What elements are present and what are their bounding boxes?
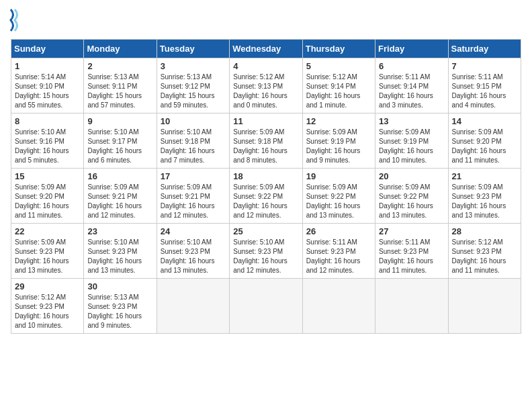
day-number: 20 xyxy=(379,171,444,181)
day-info: Sunrise: 5:09 AMSunset: 9:22 PMDaylight:… xyxy=(233,183,298,220)
calendar-cell: 24Sunrise: 5:10 AMSunset: 9:23 PMDayligh… xyxy=(157,224,229,279)
day-info: Sunrise: 5:09 AMSunset: 9:18 PMDaylight:… xyxy=(233,128,298,165)
day-number: 7 xyxy=(452,61,517,71)
calendar-cell: 26Sunrise: 5:11 AMSunset: 9:23 PMDayligh… xyxy=(302,224,375,279)
day-info: Sunrise: 5:11 AMSunset: 9:23 PMDaylight:… xyxy=(306,238,371,275)
calendar-cell xyxy=(375,279,448,334)
calendar-cell: 29Sunrise: 5:12 AMSunset: 9:23 PMDayligh… xyxy=(11,279,84,334)
day-info: Sunrise: 5:13 AMSunset: 9:11 PMDaylight:… xyxy=(87,73,152,110)
calendar-cell xyxy=(157,279,229,334)
day-number: 22 xyxy=(15,226,80,236)
day-number: 6 xyxy=(379,61,444,71)
day-info: Sunrise: 5:09 AMSunset: 9:21 PMDaylight:… xyxy=(87,183,152,220)
calendar-cell: 4Sunrise: 5:12 AMSunset: 9:13 PMDaylight… xyxy=(230,58,302,113)
day-number: 4 xyxy=(233,61,298,71)
week-row-5: 29Sunrise: 5:12 AMSunset: 9:23 PMDayligh… xyxy=(11,279,521,334)
calendar-cell xyxy=(230,279,302,334)
header: General Blue xyxy=(11,11,521,32)
weekday-header-monday: Monday xyxy=(84,40,157,58)
calendar-cell: 15Sunrise: 5:09 AMSunset: 9:20 PMDayligh… xyxy=(11,169,84,224)
day-info: Sunrise: 5:12 AMSunset: 9:23 PMDaylight:… xyxy=(15,293,80,330)
day-number: 15 xyxy=(15,171,80,181)
calendar-cell: 9Sunrise: 5:10 AMSunset: 9:17 PMDaylight… xyxy=(84,113,157,169)
weekday-header-row: SundayMondayTuesdayWednesdayThursdayFrid… xyxy=(11,40,521,58)
calendar-cell: 13Sunrise: 5:09 AMSunset: 9:19 PMDayligh… xyxy=(375,113,448,169)
day-info: Sunrise: 5:09 AMSunset: 9:22 PMDaylight:… xyxy=(379,183,444,220)
calendar-cell: 5Sunrise: 5:12 AMSunset: 9:14 PMDaylight… xyxy=(302,58,375,113)
day-number: 5 xyxy=(306,61,371,71)
day-info: Sunrise: 5:09 AMSunset: 9:19 PMDaylight:… xyxy=(306,128,371,165)
logo: General Blue xyxy=(11,11,23,32)
week-row-1: 1Sunrise: 5:14 AMSunset: 9:10 PMDaylight… xyxy=(11,58,521,113)
calendar-table: SundayMondayTuesdayWednesdayThursdayFrid… xyxy=(11,39,521,334)
day-number: 16 xyxy=(87,171,152,181)
day-number: 1 xyxy=(15,61,80,71)
calendar-cell: 22Sunrise: 5:09 AMSunset: 9:23 PMDayligh… xyxy=(11,224,84,279)
week-row-4: 22Sunrise: 5:09 AMSunset: 9:23 PMDayligh… xyxy=(11,224,521,279)
day-info: Sunrise: 5:10 AMSunset: 9:18 PMDaylight:… xyxy=(161,128,226,165)
day-info: Sunrise: 5:09 AMSunset: 9:19 PMDaylight:… xyxy=(379,128,444,165)
week-row-2: 8Sunrise: 5:10 AMSunset: 9:16 PMDaylight… xyxy=(11,113,521,169)
day-number: 14 xyxy=(452,116,517,126)
day-info: Sunrise: 5:12 AMSunset: 9:23 PMDaylight:… xyxy=(452,238,517,275)
day-number: 23 xyxy=(87,226,152,236)
day-number: 13 xyxy=(379,116,444,126)
day-info: Sunrise: 5:13 AMSunset: 9:23 PMDaylight:… xyxy=(87,293,152,330)
day-number: 3 xyxy=(161,61,226,71)
calendar-cell xyxy=(302,279,375,334)
day-number: 27 xyxy=(379,226,444,236)
day-info: Sunrise: 5:11 AMSunset: 9:15 PMDaylight:… xyxy=(452,73,517,110)
calendar-cell: 7Sunrise: 5:11 AMSunset: 9:15 PMDaylight… xyxy=(448,58,521,113)
day-info: Sunrise: 5:10 AMSunset: 9:16 PMDaylight:… xyxy=(15,128,80,165)
day-number: 26 xyxy=(306,226,371,236)
day-info: Sunrise: 5:14 AMSunset: 9:10 PMDaylight:… xyxy=(15,73,80,110)
calendar-cell: 2Sunrise: 5:13 AMSunset: 9:11 PMDaylight… xyxy=(84,58,157,113)
weekday-header-wednesday: Wednesday xyxy=(230,40,302,58)
day-info: Sunrise: 5:10 AMSunset: 9:17 PMDaylight:… xyxy=(87,128,152,165)
day-number: 30 xyxy=(87,281,152,291)
calendar-cell: 1Sunrise: 5:14 AMSunset: 9:10 PMDaylight… xyxy=(11,58,84,113)
day-info: Sunrise: 5:09 AMSunset: 9:20 PMDaylight:… xyxy=(15,183,80,220)
weekday-header-sunday: Sunday xyxy=(11,40,84,58)
day-info: Sunrise: 5:11 AMSunset: 9:14 PMDaylight:… xyxy=(379,73,444,110)
calendar-cell: 19Sunrise: 5:09 AMSunset: 9:22 PMDayligh… xyxy=(302,169,375,224)
week-row-3: 15Sunrise: 5:09 AMSunset: 9:20 PMDayligh… xyxy=(11,169,521,224)
calendar-cell: 16Sunrise: 5:09 AMSunset: 9:21 PMDayligh… xyxy=(84,169,157,224)
day-info: Sunrise: 5:12 AMSunset: 9:14 PMDaylight:… xyxy=(306,73,371,110)
day-number: 17 xyxy=(161,171,226,181)
calendar-cell: 23Sunrise: 5:10 AMSunset: 9:23 PMDayligh… xyxy=(84,224,157,279)
day-number: 12 xyxy=(306,116,371,126)
day-number: 8 xyxy=(15,116,80,126)
day-info: Sunrise: 5:09 AMSunset: 9:20 PMDaylight:… xyxy=(452,128,517,165)
day-number: 28 xyxy=(452,226,517,236)
day-number: 25 xyxy=(233,226,298,236)
day-info: Sunrise: 5:09 AMSunset: 9:23 PMDaylight:… xyxy=(452,183,517,220)
weekday-header-tuesday: Tuesday xyxy=(157,40,229,58)
day-number: 29 xyxy=(15,281,80,291)
calendar-cell: 3Sunrise: 5:13 AMSunset: 9:12 PMDaylight… xyxy=(157,58,229,113)
day-info: Sunrise: 5:13 AMSunset: 9:12 PMDaylight:… xyxy=(161,73,226,110)
calendar-cell: 11Sunrise: 5:09 AMSunset: 9:18 PMDayligh… xyxy=(230,113,302,169)
calendar-cell: 20Sunrise: 5:09 AMSunset: 9:22 PMDayligh… xyxy=(375,169,448,224)
day-number: 10 xyxy=(161,116,226,126)
day-number: 19 xyxy=(306,171,371,181)
calendar-cell: 28Sunrise: 5:12 AMSunset: 9:23 PMDayligh… xyxy=(448,224,521,279)
calendar-cell: 10Sunrise: 5:10 AMSunset: 9:18 PMDayligh… xyxy=(157,113,229,169)
day-info: Sunrise: 5:09 AMSunset: 9:23 PMDaylight:… xyxy=(15,238,80,275)
calendar-cell: 21Sunrise: 5:09 AMSunset: 9:23 PMDayligh… xyxy=(448,169,521,224)
day-number: 2 xyxy=(87,61,152,71)
weekday-header-saturday: Saturday xyxy=(448,40,521,58)
day-info: Sunrise: 5:10 AMSunset: 9:23 PMDaylight:… xyxy=(87,238,152,275)
day-info: Sunrise: 5:10 AMSunset: 9:23 PMDaylight:… xyxy=(161,238,226,275)
day-info: Sunrise: 5:12 AMSunset: 9:13 PMDaylight:… xyxy=(233,73,298,110)
day-info: Sunrise: 5:10 AMSunset: 9:23 PMDaylight:… xyxy=(233,238,298,275)
day-number: 24 xyxy=(161,226,226,236)
calendar-cell: 30Sunrise: 5:13 AMSunset: 9:23 PMDayligh… xyxy=(84,279,157,334)
calendar-cell: 8Sunrise: 5:10 AMSunset: 9:16 PMDaylight… xyxy=(11,113,84,169)
day-info: Sunrise: 5:11 AMSunset: 9:23 PMDaylight:… xyxy=(379,238,444,275)
weekday-header-thursday: Thursday xyxy=(302,40,375,58)
day-info: Sunrise: 5:09 AMSunset: 9:22 PMDaylight:… xyxy=(306,183,371,220)
day-info: Sunrise: 5:09 AMSunset: 9:21 PMDaylight:… xyxy=(161,183,226,220)
calendar-cell: 27Sunrise: 5:11 AMSunset: 9:23 PMDayligh… xyxy=(375,224,448,279)
calendar-cell: 6Sunrise: 5:11 AMSunset: 9:14 PMDaylight… xyxy=(375,58,448,113)
